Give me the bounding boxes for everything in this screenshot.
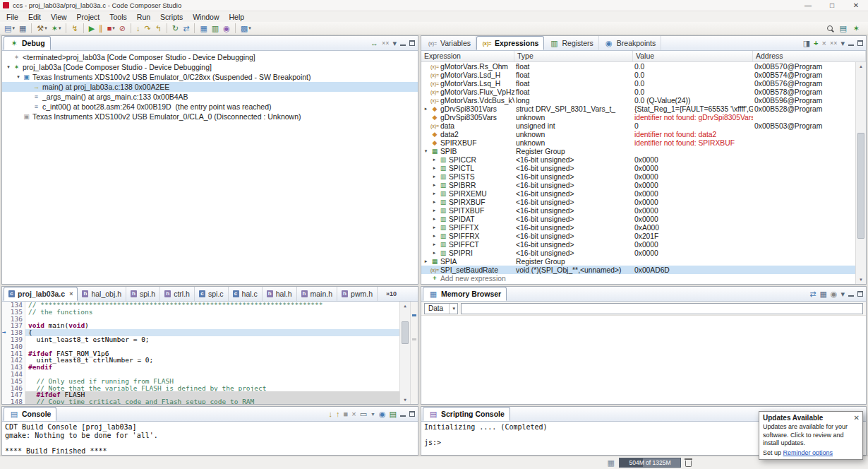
- expander-icon[interactable]: ▸: [431, 208, 438, 213]
- pin-button[interactable]: ◉: [831, 290, 838, 298]
- save-button[interactable]: ▦: [819, 290, 826, 298]
- view-menu-button[interactable]: ▾: [840, 40, 845, 47]
- memory-monitor-toggle[interactable]: ▦: [608, 459, 615, 467]
- view-menu-button[interactable]: ▾: [392, 40, 397, 47]
- expander-icon[interactable]: ▸: [431, 216, 438, 222]
- expression-row[interactable]: (x)=gMotorVars.Rs_Ohmfloat0.00x00B570@Pr…: [421, 62, 855, 71]
- expression-row[interactable]: (x)=gMotorVars.Lsd_Hfloat0.00x00B574@Pro…: [421, 71, 855, 79]
- tab-memory-browser[interactable]: ▦ Memory Browser: [423, 287, 507, 301]
- debug-tree-item[interactable]: ▾✶proj_lab03a [Code Composer Studio - De…: [2, 62, 418, 72]
- expression-row[interactable]: (x)=SPI_setBaudRatevoid (*)(SPI_Obj_**,<…: [421, 266, 855, 274]
- editor-tab-ctrl.h[interactable]: hctrl.h: [160, 287, 195, 301]
- minimize-button[interactable]: —: [796, 0, 820, 11]
- memory-format-combo[interactable]: Data ▼: [424, 303, 458, 314]
- profile-button[interactable]: ▩▾: [239, 24, 253, 33]
- popup-body-text[interactable]: Updates are available for your software.…: [759, 422, 862, 449]
- refresh-button[interactable]: ⇄: [809, 290, 816, 298]
- column-header-address[interactable]: Address: [753, 51, 866, 61]
- expression-row[interactable]: ▸▥SPIPRI<16-bit unsigned>0x0000: [421, 249, 855, 257]
- menu-tools[interactable]: Tools: [104, 13, 132, 21]
- expression-row[interactable]: ▸▥SPIFFRX<16-bit unsigned>0x201F: [421, 232, 855, 240]
- column-header-value[interactable]: Value: [633, 51, 753, 61]
- garbage-collect-icon[interactable]: [685, 461, 692, 467]
- tab-debug[interactable]: ✶ Debug: [4, 36, 51, 50]
- expander-icon[interactable]: ▸: [431, 233, 438, 239]
- menu-scripts[interactable]: Scripts: [155, 13, 188, 21]
- debug-tree-item[interactable]: ▾▣Texas Instruments XDS100v2 USB Emulato…: [2, 72, 418, 82]
- memory-view-button[interactable]: ▦: [198, 24, 209, 33]
- code-line[interactable]: 143#endif: [2, 364, 399, 371]
- expander-icon[interactable]: ▸: [431, 174, 438, 179]
- expander-icon[interactable]: ▸: [431, 157, 438, 162]
- flash-button[interactable]: ↯: [69, 24, 80, 33]
- remove-all-button[interactable]: ××: [382, 40, 390, 47]
- show-types-button[interactable]: ◨: [803, 40, 810, 47]
- remove-expression-button[interactable]: ×: [822, 40, 826, 47]
- expression-row[interactable]: ▸▥SPIFFCT<16-bit unsigned>0x0000: [421, 240, 855, 249]
- debug-tree-item[interactable]: ✶<terminated>proj_lab03a [Code Composer …: [2, 52, 418, 62]
- expander-icon[interactable]: ▾: [15, 74, 22, 80]
- menu-run[interactable]: Run: [132, 13, 155, 21]
- overview-ruler[interactable]: [410, 302, 418, 404]
- editor-tab-overflow[interactable]: »10: [386, 290, 397, 297]
- scroll-up-arrow-icon[interactable]: ▲: [400, 302, 410, 310]
- expression-row[interactable]: ▸▥SPICCR<16-bit unsigned>0x0000: [421, 155, 855, 164]
- code-editor[interactable]: 134// **********************************…: [2, 302, 418, 404]
- maximize-button[interactable]: □: [820, 0, 844, 11]
- expander-icon[interactable]: ▸: [431, 191, 438, 196]
- expander-icon[interactable]: ▸: [431, 225, 438, 230]
- expander-icon[interactable]: ▸: [423, 259, 429, 264]
- menu-file[interactable]: File: [1, 13, 23, 21]
- reminder-options-link[interactable]: Reminder options: [783, 449, 833, 456]
- console-output[interactable]: CDT Build Console [proj_lab03a] gmake: N…: [2, 422, 418, 455]
- scroll-down-arrow-icon[interactable]: ▼: [400, 396, 410, 404]
- tab-breakpoints[interactable]: ◉Breakpoints: [599, 36, 661, 50]
- expander-icon[interactable]: ▸: [431, 165, 438, 171]
- restart-button[interactable]: ↻: [170, 24, 181, 33]
- scrollbar-thumb[interactable]: [402, 321, 409, 344]
- expander-icon[interactable]: ▸: [431, 242, 438, 247]
- overview-mark[interactable]: [412, 338, 416, 340]
- expression-row[interactable]: ▸▥SPIRXEMU<16-bit unsigned>0x0000: [421, 189, 855, 198]
- column-header-type[interactable]: Type: [514, 51, 633, 61]
- debug-tree-item[interactable]: ≡_args_main() at args_main.c:133 0x00B4A…: [2, 92, 418, 102]
- expander-icon[interactable]: ▸: [431, 182, 438, 188]
- expression-row[interactable]: ◆data2unknownidentifier not found: data2: [421, 130, 855, 138]
- expression-row[interactable]: (x)=gMotorVars.VdcBus_kVlong0.0 (Q-Value…: [421, 96, 855, 105]
- remove-all-button[interactable]: ××: [830, 40, 838, 47]
- editor-tab-spi.h[interactable]: hspi.h: [126, 287, 160, 301]
- add-new-expression-row[interactable]: +Add new expression: [421, 274, 855, 283]
- debug-perspective-button[interactable]: ✶: [851, 24, 862, 33]
- code-line[interactable]: 135// the functions: [2, 309, 399, 316]
- expander-icon[interactable]: ▸: [431, 250, 438, 256]
- close-tab-icon[interactable]: ×: [69, 290, 73, 297]
- editor-tab-pwm.h[interactable]: hpwm.h: [337, 287, 378, 301]
- minimize-view-button[interactable]: [848, 41, 854, 46]
- code-line[interactable]: 142 uint_least8_t ctrlNumber = 0;: [2, 357, 399, 364]
- search-button[interactable]: [825, 24, 835, 33]
- expression-row[interactable]: (x)=gMotorVars.Lsq_Hfloat0.00x00B576@Pro…: [421, 79, 855, 88]
- debug-tree-item[interactable]: →main() at proj_lab03a.c:138 0x00A2EE: [2, 82, 418, 92]
- editor-tab-hal.c[interactable]: chal.c: [229, 287, 263, 301]
- code-line[interactable]: 139 uint_least8_t estNumber = 0;: [2, 336, 399, 343]
- tab-scripting-console[interactable]: ▤ Scripting Console: [423, 407, 510, 421]
- tab-console[interactable]: ▤ Console: [4, 407, 56, 421]
- expression-row[interactable]: ▸▥SPICTL<16-bit unsigned>0x0000: [421, 164, 855, 172]
- scroll-lock-button[interactable]: ▼: [370, 410, 375, 418]
- open-console-button[interactable]: ▤: [390, 410, 397, 418]
- memory-content-area[interactable]: [421, 316, 866, 404]
- refresh-button[interactable]: ⇄: [181, 24, 191, 33]
- pin-console-button[interactable]: ◉: [379, 410, 386, 418]
- expressions-scrollbar[interactable]: ▲ ▼: [855, 62, 866, 284]
- expression-row[interactable]: ▸▥SPIFFTX<16-bit unsigned>0xA000: [421, 223, 855, 232]
- terminate-gray-button[interactable]: ■: [344, 410, 349, 418]
- scroll-down-button[interactable]: ↓: [329, 410, 333, 418]
- expression-row[interactable]: ▸▥SPIRXBUF<16-bit unsigned>0x0000: [421, 198, 855, 206]
- view-menu-button[interactable]: ▾: [840, 290, 845, 298]
- menu-edit[interactable]: Edit: [23, 13, 46, 21]
- editor-scrollbar[interactable]: ▲ ▼: [399, 302, 410, 404]
- scroll-down-arrow-icon[interactable]: ▼: [856, 275, 866, 284]
- expression-row[interactable]: ◆gDrvSpi8305Varsunknownidentifier not fo…: [421, 113, 855, 121]
- maximize-view-button[interactable]: [409, 411, 415, 417]
- add-expression-button[interactable]: +: [814, 40, 818, 47]
